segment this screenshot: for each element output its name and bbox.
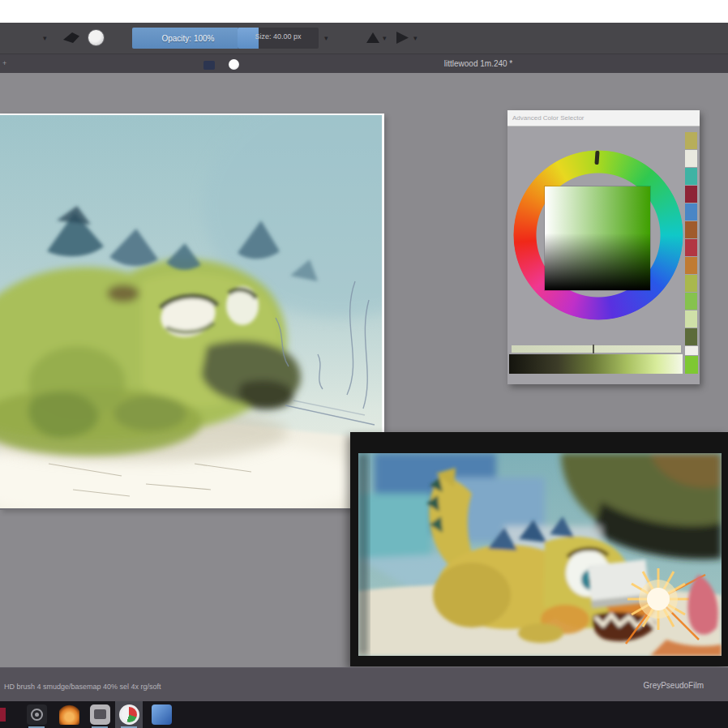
color-selector-docker: Advanced Color Selector bbox=[507, 110, 700, 384]
watermark-text: GreyPseudoFilm bbox=[644, 681, 704, 690]
gear-app-icon bbox=[27, 704, 47, 725]
dock-corner-icon[interactable]: + bbox=[2, 59, 6, 67]
color-swatch[interactable] bbox=[685, 150, 697, 167]
explorer-app-icon bbox=[152, 704, 172, 725]
color-swatch[interactable] bbox=[685, 239, 697, 256]
app-window: ▾ Opacity: 100% ▾ Size: 40.00 px ▾ ▾ ▾ +… bbox=[0, 0, 728, 728]
color-swatch[interactable] bbox=[685, 257, 697, 274]
chevron-down-icon[interactable]: ▾ bbox=[43, 34, 47, 42]
current-color-swatch[interactable] bbox=[685, 356, 698, 374]
document-title: littlewood 1m.240 * bbox=[357, 59, 600, 68]
painting-canvas-image bbox=[0, 115, 382, 508]
size-slider-label: Size: 40.00 px bbox=[238, 32, 319, 41]
docker-titlebar[interactable]: Advanced Color Selector bbox=[507, 110, 700, 126]
main-toolbar: ▾ Opacity: 100% ▾ Size: 40.00 px ▾ ▾ ▾ bbox=[0, 23, 728, 54]
color-history-strip bbox=[685, 132, 697, 346]
chevron-down-icon[interactable]: ▾ bbox=[383, 34, 387, 42]
chevron-down-icon[interactable]: ▾ bbox=[324, 34, 328, 42]
background-color-swatch[interactable] bbox=[685, 346, 698, 355]
paint-app-icon bbox=[119, 704, 139, 725]
gear-app-icon[interactable] bbox=[23, 701, 50, 728]
opacity-slider-label: Opacity: 100% bbox=[161, 34, 214, 43]
color-swatch[interactable] bbox=[685, 310, 697, 328]
hue-mini-slider[interactable] bbox=[512, 345, 681, 353]
video-letterbox-strip bbox=[0, 0, 728, 23]
size-slider[interactable]: Size: 40.00 px bbox=[238, 28, 319, 49]
gallery-app-icon[interactable] bbox=[86, 701, 113, 728]
status-bar: HD brush 4 smudge/basemap 40% sel 4x rg/… bbox=[0, 667, 728, 701]
os-taskbar bbox=[0, 701, 728, 728]
color-swatch[interactable] bbox=[685, 328, 697, 345]
hue-mini-slider-handle[interactable] bbox=[593, 345, 594, 353]
color-swatch[interactable] bbox=[685, 132, 697, 149]
explorer-app-icon[interactable] bbox=[148, 701, 175, 728]
reference-window[interactable] bbox=[350, 432, 728, 666]
saturation-value-square[interactable] bbox=[545, 186, 650, 290]
brush-status-text: HD brush 4 smudge/basemap 40% sel 4x rg/… bbox=[4, 683, 161, 691]
color-swatch[interactable] bbox=[685, 186, 697, 203]
document-tabbar: + littlewood 1m.240 * bbox=[0, 54, 728, 73]
brush-preview-icon[interactable] bbox=[88, 29, 105, 46]
painting-canvas[interactable] bbox=[0, 113, 384, 510]
recording-indicator-icon bbox=[0, 708, 6, 722]
color-swatch[interactable] bbox=[685, 221, 697, 238]
docker-title: Advanced Color Selector bbox=[512, 114, 585, 122]
reference-image bbox=[358, 453, 722, 656]
color-swatch[interactable] bbox=[685, 203, 697, 221]
color-dot-icon[interactable] bbox=[229, 59, 239, 70]
opacity-slider[interactable]: Opacity: 100% bbox=[132, 28, 244, 49]
brush-tool-icon[interactable] bbox=[63, 32, 79, 43]
value-gradient-slider[interactable] bbox=[509, 354, 683, 374]
wrap-tool-icon[interactable] bbox=[396, 32, 409, 44]
color-swatch[interactable] bbox=[685, 293, 697, 310]
color-swatch[interactable] bbox=[685, 168, 697, 185]
navy-chip-icon[interactable] bbox=[203, 61, 215, 70]
color-swatch[interactable] bbox=[685, 275, 697, 292]
gallery-app-icon bbox=[90, 704, 110, 725]
paint-app-icon[interactable] bbox=[115, 701, 143, 728]
symmetry-tool-icon[interactable] bbox=[366, 32, 379, 43]
flame-app-icon[interactable] bbox=[55, 701, 83, 728]
chevron-down-icon[interactable]: ▾ bbox=[413, 34, 418, 42]
flame-app-icon bbox=[59, 704, 79, 725]
